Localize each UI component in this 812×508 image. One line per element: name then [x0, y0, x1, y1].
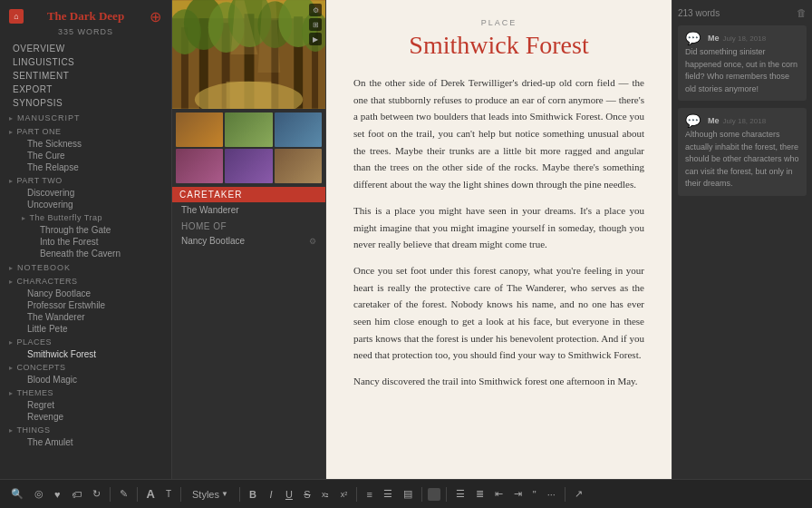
blockquote-btn[interactable]: ": [529, 487, 540, 502]
sidebar-subsection-themes[interactable]: THEMES: [0, 386, 171, 399]
image-controls: ⚙ ⊞ ▶: [309, 4, 322, 45]
indent-increase-btn[interactable]: ⇥: [510, 486, 526, 502]
list-item[interactable]: The Wanderer: [0, 311, 171, 323]
sidebar-item-export[interactable]: EXPORT: [0, 83, 171, 96]
sidebar-item-synopsis[interactable]: SYNOPSIS: [0, 96, 171, 110]
thumbnail[interactable]: [176, 112, 223, 147]
list-item[interactable]: The Sickness: [0, 138, 171, 150]
thumbnail[interactable]: [225, 149, 272, 183]
paragraph-2: This is a place you might have seen in y…: [353, 202, 644, 253]
app-container: ⌂ The Dark Deep ⊕ 335 WORDS OVERVIEW LIN…: [0, 0, 812, 508]
comment-bubble-icon-2: 💬: [685, 113, 701, 128]
indent-decrease-btn[interactable]: ⇤: [491, 486, 507, 502]
home-icon[interactable]: ⌂: [9, 9, 24, 24]
tag-btn[interactable]: 🏷: [68, 487, 85, 502]
sidebar-section-manuscript[interactable]: MANUSCRIPT: [0, 110, 171, 124]
refresh-btn[interactable]: ↻: [89, 486, 104, 502]
sidebar-subsection-part-one[interactable]: PART ONE: [0, 124, 171, 138]
text-t-btn[interactable]: T: [162, 487, 175, 501]
caretaker-section[interactable]: CARETAKER: [172, 187, 325, 202]
thumbnail[interactable]: [275, 149, 322, 183]
target-btn[interactable]: ◎: [31, 486, 47, 502]
list-item[interactable]: The Cure: [0, 150, 171, 161]
align-right-btn[interactable]: ▤: [400, 486, 416, 502]
sidebar-subsection-places[interactable]: PLACES: [0, 335, 171, 348]
sidebar-item-linguistics[interactable]: LINGUISTICS: [0, 55, 171, 69]
add-icon[interactable]: ⊕: [148, 9, 162, 24]
svg-rect-17: [227, 82, 272, 109]
thumbnail[interactable]: [176, 149, 223, 183]
align-center-btn[interactable]: ☰: [380, 486, 396, 502]
list-item[interactable]: Uncovering: [0, 199, 171, 210]
list-item[interactable]: Into the Forest: [13, 236, 171, 248]
place-title: Smithwick Forest: [353, 31, 644, 60]
list-item[interactable]: The Relapse: [0, 161, 171, 173]
separator-2: [137, 487, 138, 502]
sidebar-subsection-butterfly-trap[interactable]: The Butterfly Trap: [13, 210, 171, 224]
comment-author-name-2: Me: [708, 116, 720, 125]
italic-btn[interactable]: I: [264, 487, 278, 502]
list-item[interactable]: The Amulet: [0, 436, 171, 448]
trash-icon[interactable]: 🗑: [797, 7, 807, 18]
wanderer-item[interactable]: The Wanderer: [172, 202, 325, 218]
list-item[interactable]: Professor Erstwhile: [0, 299, 171, 311]
comment-bubble-icon: 💬: [685, 31, 701, 45]
toolbar: 🔍 ◎ ♥ 🏷 ↻ ✎ A T Styles ▼ B I U S x₂ x² ≡…: [0, 479, 812, 508]
align-left-btn[interactable]: ≡: [362, 487, 375, 502]
image-link-btn[interactable]: ⊞: [309, 18, 322, 31]
sidebar: ⌂ The Dark Deep ⊕ 335 WORDS OVERVIEW LIN…: [0, 0, 172, 479]
text-A-btn[interactable]: A: [143, 485, 159, 503]
pencil-btn[interactable]: ✎: [116, 486, 131, 502]
block-btn[interactable]: [428, 488, 440, 501]
comment-author-2: 💬 Me July 18, 2018: [685, 113, 799, 128]
sidebar-item-overview[interactable]: OVERVIEW: [0, 42, 171, 55]
image-nav-btn[interactable]: ▶: [309, 33, 322, 45]
nancy-item-row[interactable]: Nancy Bootlace ⚙: [172, 233, 325, 249]
sidebar-subsection-concepts[interactable]: CONCEPTS: [0, 360, 171, 374]
butterfly-trap-section: The Butterfly Trap Through the Gate Into…: [0, 210, 171, 259]
sidebar-section-notebook[interactable]: NOTEBOOK: [0, 259, 171, 274]
comment-date-1: July 18, 2018: [723, 34, 767, 43]
sidebar-item-sentiment[interactable]: SENTIMENT: [0, 69, 171, 83]
list-unordered-btn[interactable]: ☰: [452, 486, 469, 502]
list-ordered-btn[interactable]: ≣: [472, 486, 488, 502]
styles-dropdown[interactable]: Styles ▼: [187, 487, 234, 502]
paragraph-4: Nancy discovered the trail into Smithwic…: [353, 373, 644, 390]
list-item[interactable]: Blood Magic: [0, 374, 171, 386]
list-item[interactable]: Discovering: [0, 187, 171, 199]
place-label: PLACE: [353, 18, 644, 27]
right-panel: 213 words 🗑 💬 Me July 18, 2018 Did somet…: [672, 0, 812, 479]
bold-btn[interactable]: B: [246, 487, 260, 502]
sidebar-subsection-part-two[interactable]: PART TWO: [0, 173, 171, 187]
styles-label: Styles: [192, 489, 219, 500]
share-btn[interactable]: ↗: [571, 486, 586, 502]
list-item[interactable]: Nancy Bootlace: [0, 288, 171, 299]
sidebar-subsection-things[interactable]: THINGS: [0, 423, 171, 436]
list-item[interactable]: Revenge: [0, 411, 171, 423]
list-item[interactable]: Smithwick Forest: [0, 348, 171, 360]
content-text[interactable]: On the other side of Derek Terwilliger's…: [353, 74, 644, 399]
strikethrough-btn[interactable]: S: [300, 487, 314, 502]
content-area: PLACE Smithwick Forest On the other side…: [326, 0, 672, 479]
list-item[interactable]: Through the Gate: [13, 224, 171, 236]
sidebar-subsection-characters[interactable]: CHARACTERS: [0, 274, 171, 288]
gear-icon[interactable]: ⚙: [309, 237, 316, 246]
list-item[interactable]: Little Pete: [0, 323, 171, 335]
subscript-btn[interactable]: x₂: [318, 488, 334, 501]
thumbnail[interactable]: [275, 112, 322, 147]
list-item[interactable]: Beneath the Cavern: [13, 248, 171, 259]
project-title: The Dark Deep: [24, 9, 148, 24]
more-btn[interactable]: ···: [544, 487, 559, 502]
separator-3: [180, 487, 181, 502]
paragraph-1: On the other side of Derek Terwilliger's…: [353, 74, 644, 193]
underline-btn[interactable]: U: [282, 487, 296, 502]
comment-card-1: 💬 Me July 18, 2018 Did something siniste…: [678, 25, 807, 101]
bookmark-btn[interactable]: ♥: [51, 487, 64, 502]
thumbnail[interactable]: [225, 112, 272, 147]
word-count-label: 335 WORDS: [0, 27, 171, 42]
thumbnails-grid: [172, 109, 325, 187]
search-btn[interactable]: 🔍: [7, 486, 27, 502]
superscript-btn[interactable]: x²: [336, 488, 351, 501]
list-item[interactable]: Regret: [0, 399, 171, 411]
image-settings-btn[interactable]: ⚙: [309, 4, 322, 16]
